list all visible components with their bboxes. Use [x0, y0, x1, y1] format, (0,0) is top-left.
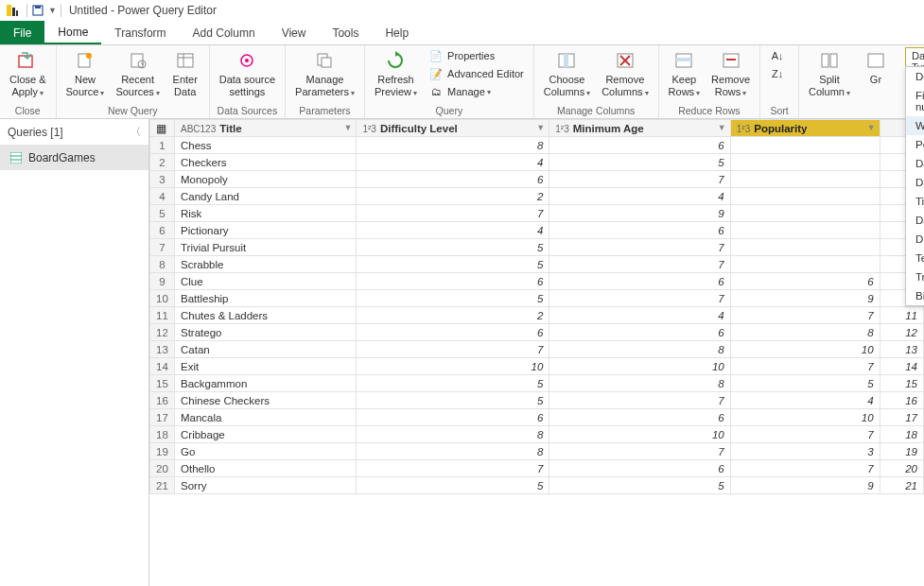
cell[interactable]: Catan: [175, 341, 357, 358]
cell[interactable]: 7: [357, 205, 549, 222]
cell[interactable]: 8: [549, 341, 730, 358]
tab-add-column[interactable]: Add Column: [180, 21, 269, 44]
cell[interactable]: [730, 171, 880, 188]
table-row[interactable]: 1Chess861: [150, 137, 924, 154]
table-row[interactable]: 10Battleship57910: [150, 290, 924, 307]
cell[interactable]: Checkers: [175, 154, 357, 171]
cell[interactable]: 8: [357, 443, 549, 460]
cell[interactable]: 6: [549, 222, 730, 239]
qat-dropdown-icon[interactable]: ▼: [48, 6, 57, 15]
tab-transform[interactable]: Transform: [101, 21, 179, 44]
cell[interactable]: 4: [357, 222, 549, 239]
table-row[interactable]: 8Scrabble578: [150, 256, 924, 273]
data-type-option[interactable]: Decimal Number: [906, 67, 924, 86]
table-row[interactable]: 18Cribbage810718: [150, 426, 924, 443]
cell[interactable]: 7: [549, 290, 730, 307]
table-row[interactable]: 11Chutes & Ladders24711: [150, 307, 924, 324]
cell[interactable]: Go: [175, 443, 357, 460]
cell[interactable]: 15: [880, 375, 923, 392]
cell[interactable]: 10: [730, 409, 880, 426]
table-row[interactable]: 2Checkers452: [150, 154, 924, 171]
cell[interactable]: 12: [880, 324, 923, 341]
manage-button[interactable]: 🗂Manage: [425, 83, 528, 100]
cell[interactable]: 5: [357, 392, 549, 409]
cell[interactable]: Mancala: [175, 409, 357, 426]
cell[interactable]: 6: [357, 273, 549, 290]
data-type-option[interactable]: Percentage: [906, 135, 924, 154]
advanced-editor-button[interactable]: 📝Advanced Editor: [425, 65, 528, 82]
data-type-option[interactable]: True/False: [906, 267, 924, 286]
cell[interactable]: 8: [357, 426, 549, 443]
filter-icon[interactable]: ▼: [718, 123, 726, 132]
table-row[interactable]: 5Risk795: [150, 205, 924, 222]
cell[interactable]: [730, 205, 880, 222]
cell[interactable]: 13: [880, 341, 923, 358]
cell[interactable]: 9: [730, 477, 880, 494]
data-type-option[interactable]: Duration: [906, 230, 924, 249]
table-row[interactable]: 4Candy Land244: [150, 188, 924, 205]
data-type-option[interactable]: Binary: [906, 286, 924, 305]
table-row[interactable]: 6Pictionary466: [150, 222, 924, 239]
cell[interactable]: [730, 154, 880, 171]
cell[interactable]: 10: [357, 358, 549, 375]
remove-columns-button[interactable]: Remove Columns: [598, 47, 652, 99]
cell[interactable]: 7: [357, 460, 549, 477]
cell[interactable]: Chutes & Ladders: [175, 307, 357, 324]
table-row[interactable]: 13Catan781013: [150, 341, 924, 358]
column-header[interactable]: ABC123Title▼: [175, 120, 357, 137]
cell[interactable]: 6: [549, 137, 730, 154]
filter-icon[interactable]: ▼: [867, 123, 876, 132]
cell[interactable]: 18: [880, 426, 923, 443]
cell[interactable]: Trivial Pursuit: [175, 239, 357, 256]
cell[interactable]: 8: [730, 324, 880, 341]
data-type-option[interactable]: Time: [906, 192, 924, 211]
cell[interactable]: Scrabble: [175, 256, 357, 273]
properties-button[interactable]: 📄Properties: [425, 47, 528, 64]
cell[interactable]: 7: [549, 392, 730, 409]
tab-help[interactable]: Help: [372, 21, 422, 44]
cell[interactable]: 20: [880, 460, 923, 477]
cell[interactable]: Candy Land: [175, 188, 357, 205]
cell[interactable]: 9: [730, 290, 880, 307]
cell[interactable]: [730, 256, 880, 273]
cell[interactable]: 5: [549, 477, 730, 494]
cell[interactable]: 10: [549, 426, 730, 443]
tab-file[interactable]: File: [0, 21, 44, 44]
cell[interactable]: 5: [730, 375, 880, 392]
manage-parameters-button[interactable]: Manage Parameters: [291, 47, 358, 99]
close-apply-button[interactable]: Close & Apply: [6, 47, 50, 99]
table-row[interactable]: 20Othello76720: [150, 460, 924, 477]
cell[interactable]: 7: [730, 426, 880, 443]
cell[interactable]: 5: [357, 477, 549, 494]
table-row[interactable]: 7Trivial Pursuit577: [150, 239, 924, 256]
remove-rows-button[interactable]: Remove Rows: [707, 47, 754, 99]
enter-data-button[interactable]: Enter Data: [167, 47, 203, 99]
cell[interactable]: 4: [549, 188, 730, 205]
data-type-option[interactable]: Text: [906, 249, 924, 267]
cell[interactable]: 5: [357, 256, 549, 273]
cell[interactable]: 6: [730, 273, 880, 290]
table-row[interactable]: 16Chinese Checkers57416: [150, 392, 924, 409]
query-item[interactable]: BoardGames: [0, 146, 148, 170]
table-row[interactable]: 9Clue6669: [150, 273, 924, 290]
cell[interactable]: 6: [357, 171, 549, 188]
data-type-option[interactable]: Fixed decimal number: [906, 86, 924, 116]
column-header[interactable]: 1²3Popularity▼: [730, 120, 880, 137]
choose-columns-button[interactable]: Choose Columns: [540, 47, 594, 99]
cell[interactable]: Exit: [175, 358, 357, 375]
data-type-option[interactable]: Date/Time/Timezone: [906, 211, 924, 230]
table-row[interactable]: 12Stratego66812: [150, 324, 924, 341]
cell[interactable]: 7: [730, 307, 880, 324]
table-row[interactable]: 15Backgammon58515: [150, 375, 924, 392]
filter-icon[interactable]: ▼: [344, 123, 353, 132]
cell[interactable]: Pictionary: [175, 222, 357, 239]
data-type-option[interactable]: Date: [906, 173, 924, 192]
cell[interactable]: Risk: [175, 205, 357, 222]
split-column-button[interactable]: Split Column: [805, 47, 854, 99]
refresh-preview-button[interactable]: Refresh Preview: [371, 47, 421, 99]
cell[interactable]: [730, 239, 880, 256]
cell[interactable]: Clue: [175, 273, 357, 290]
tab-home[interactable]: Home: [44, 21, 101, 44]
sort-desc-button[interactable]: Z↓: [766, 65, 793, 82]
cell[interactable]: 7: [549, 239, 730, 256]
